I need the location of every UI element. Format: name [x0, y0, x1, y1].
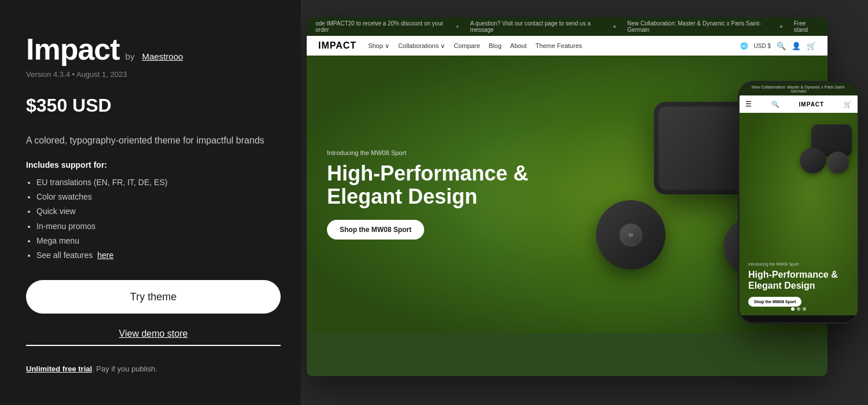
theme-description: A colored, typography-oriented theme for… — [26, 134, 275, 148]
currency-display[interactable]: USD $ — [754, 43, 771, 49]
nav-about[interactable]: About — [510, 42, 527, 49]
features-link[interactable]: here — [97, 251, 113, 260]
list-item: EU translations (EN, FR, IT, DE, ES) — [36, 175, 275, 190]
nav-compare[interactable]: Compare — [454, 42, 480, 49]
mobile-hero-eyebrow: Introducing the MW08 Sport — [748, 262, 849, 266]
includes-title: Includes support for: — [26, 160, 275, 170]
mobile-cart-icon[interactable]: 🛒 — [844, 101, 852, 108]
title-row: Impact by Maestrooo — [26, 32, 275, 67]
list-item: Color swatches — [36, 190, 275, 204]
nav-theme-features[interactable]: Theme Features — [535, 42, 582, 49]
carousel-dot-3[interactable] — [803, 307, 806, 311]
announcement-3: New Collaboration: Master & Dynamic x Pa… — [627, 20, 768, 33]
hero-eyebrow: Introducing the MW08 Sport — [327, 149, 529, 156]
release-date: August 1, 2023 — [76, 70, 127, 79]
flag-icon: 🌐 — [740, 42, 748, 50]
mobile-announcement: New Collaboration: Master & Dynamic x Pa… — [740, 83, 858, 95]
mobile-search-icon[interactable]: 🔍 — [771, 101, 779, 108]
account-icon[interactable]: 👤 — [792, 42, 801, 50]
nav-icons: 🌐 USD $ 🔍 👤 🛒 — [740, 42, 816, 50]
features-list: EU translations (EN, FR, IT, DE, ES) Col… — [26, 175, 275, 263]
by-label: by — [126, 51, 135, 61]
list-item: See all features here — [36, 248, 275, 263]
nav-blog[interactable]: Blog — [489, 42, 502, 49]
mobile-logo: IMPACT — [799, 101, 825, 108]
theme-title: Impact — [26, 32, 120, 67]
price-display: $350 USD — [26, 95, 275, 116]
nav-shop[interactable]: Shop ∨ — [368, 42, 389, 50]
nav-collaborations[interactable]: Collaborations ∨ — [398, 42, 445, 50]
left-panel: Impact by Maestrooo Version 4.3.4 • Augu… — [0, 0, 301, 405]
mobile-product — [800, 124, 852, 176]
announcement-1: ode IMPACT20 to receive a 20% discount o… — [315, 20, 445, 33]
hero-cta-button[interactable]: Shop the MW08 Sport — [327, 220, 424, 240]
announcement-dot — [457, 25, 459, 28]
view-demo-button[interactable]: View demo store — [26, 323, 281, 346]
store-nav: IMPACT Shop ∨ Collaborations ∨ Compare B… — [307, 36, 827, 56]
carousel-dot-2[interactable] — [797, 307, 800, 311]
carousel-dot-1[interactable] — [791, 307, 795, 311]
store-nav-links: Shop ∨ Collaborations ∨ Compare Blog Abo… — [368, 42, 728, 50]
product-bud-left: M — [596, 200, 665, 270]
cart-icon[interactable]: 🛒 — [807, 42, 816, 50]
mobile-hero-title: High-Performance & Elegant Design — [748, 269, 849, 291]
store-logo: IMPACT — [318, 41, 356, 51]
trial-text: . Pay if you publish. — [92, 365, 157, 373]
list-item: Mega menu — [36, 234, 275, 248]
try-theme-button[interactable]: Try theme — [26, 280, 281, 314]
hero-content: Introducing the MW08 Sport High-Performa… — [307, 149, 550, 239]
author-link[interactable]: Maestrooo — [142, 51, 183, 61]
announcement-dot — [780, 25, 782, 28]
mobile-hamburger-icon[interactable]: ☰ — [745, 100, 752, 108]
announcement-bar: ode IMPACT20 to receive a 20% discount o… — [307, 17, 827, 36]
list-item: Quick view — [36, 204, 275, 219]
announcement-dot — [613, 25, 616, 28]
trial-bold: Unlimited free trial — [26, 365, 92, 373]
announcement-2: A question? Visit our contact page to se… — [470, 20, 602, 33]
version-info: Version 4.3.4 • August 1, 2023 — [26, 70, 275, 79]
hero-title: High-Performance & Elegant Design — [327, 162, 529, 208]
buttons-container: Try theme View demo store — [26, 280, 275, 356]
right-panel: ode IMPACT20 to receive a 20% discount o… — [301, 0, 868, 405]
mobile-hero: Introducing the MW08 Sport High-Performa… — [740, 113, 858, 315]
list-item: In-menu promos — [36, 219, 275, 234]
mobile-nav: ☰ 🔍 IMPACT 🛒 — [740, 95, 858, 113]
mobile-hero-cta[interactable]: Shop the MW08 Sport — [748, 297, 801, 307]
trial-notice: Unlimited free trial. Pay if you publish… — [26, 363, 275, 374]
mobile-carousel-dots — [791, 307, 806, 311]
mobile-mockup: New Collaboration: Master & Dynamic x Pa… — [738, 81, 859, 324]
search-icon[interactable]: 🔍 — [777, 42, 786, 50]
announcement-4: Free stand — [794, 20, 819, 33]
version-number: Version 4.3.4 — [26, 70, 70, 79]
